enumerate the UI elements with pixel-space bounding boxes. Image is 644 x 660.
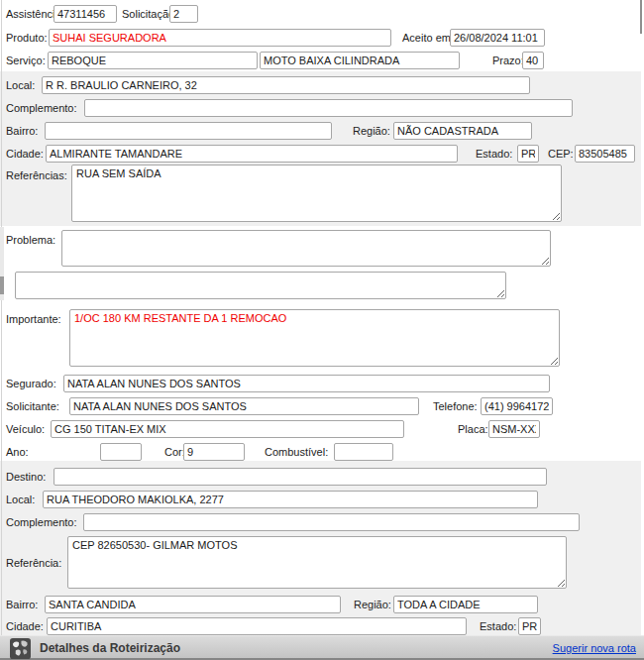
solicitante-input[interactable] <box>69 397 419 415</box>
origem-complemento-label: Complemento: <box>6 102 77 114</box>
destino-bairro-label: Bairro: <box>6 599 38 610</box>
destino-bairro-input[interactable] <box>45 596 341 613</box>
destino-local-input[interactable] <box>43 491 538 508</box>
servico-detail-input[interactable] <box>260 52 460 69</box>
origem-complemento-input[interactable] <box>84 99 573 117</box>
prazo-label: Prazo: <box>492 55 524 66</box>
destino-complemento-input[interactable] <box>83 513 580 531</box>
aceito-em-label: Aceito em: <box>402 32 454 44</box>
destino-input[interactable] <box>54 468 547 486</box>
routing-details-bar: Detalhes da Roteirização Sugerir nova ro… <box>0 635 644 660</box>
produto-input[interactable] <box>49 29 391 47</box>
origem-bairro-input[interactable] <box>45 122 332 140</box>
cor-input[interactable] <box>183 443 245 461</box>
origem-cep-input[interactable] <box>575 145 635 163</box>
servico-label: Serviço: <box>6 55 46 66</box>
world-map-icon <box>10 638 31 659</box>
segurado-input[interactable] <box>63 375 550 392</box>
importante-label: Importante: <box>6 313 61 325</box>
solicitante-label: Solicitante: <box>6 400 59 412</box>
destino-regiao-label: Região: <box>354 599 391 610</box>
segurado-label: Segurado: <box>6 378 56 389</box>
telefone-label: Telefone: <box>433 400 478 412</box>
cor-label: Cor: <box>164 446 185 458</box>
destino-estado-label: Estado: <box>480 620 516 632</box>
veiculo-input[interactable] <box>51 420 404 438</box>
origem-regiao-input[interactable] <box>393 122 532 140</box>
problema-textarea[interactable] <box>61 230 551 267</box>
solicitacao-input[interactable] <box>169 5 198 23</box>
destino-cidade-label: Cidade: <box>6 620 44 632</box>
combustivel-input[interactable] <box>334 443 393 461</box>
suggest-new-route-link[interactable]: Sugerir nova rota <box>553 642 636 654</box>
routing-details-title: Detalhes da Roteirização <box>40 641 180 655</box>
origem-estado-input[interactable] <box>517 145 539 163</box>
origem-regiao-label: Região: <box>353 125 390 137</box>
combustivel-label: Combustível: <box>265 446 328 458</box>
servico-input[interactable] <box>48 52 258 69</box>
veiculo-label: Veículo: <box>6 423 45 435</box>
left-scrollbar-thumb[interactable] <box>0 276 4 294</box>
produto-label: Produto: <box>6 32 48 44</box>
destino-local-label: Local: <box>6 494 35 505</box>
problema-label: Problema: <box>6 234 55 246</box>
assistance-detail-panel: Assistência: Solicitação: Produto: Aceit… <box>0 0 644 660</box>
origem-cidade-label: Cidade: <box>6 148 44 160</box>
destino-estado-input[interactable] <box>518 617 541 635</box>
origem-cidade-input[interactable] <box>46 145 458 163</box>
ano-label: Ano: <box>6 446 29 458</box>
origem-bairro-label: Bairro: <box>6 125 38 137</box>
assistencia-input[interactable] <box>54 5 117 23</box>
ano-input[interactable] <box>100 443 142 461</box>
origem-referencias-label: Referências: <box>6 169 67 181</box>
origem-local-label: Local: <box>6 79 35 91</box>
panel-right-border <box>640 0 642 34</box>
destino-regiao-input[interactable] <box>393 596 538 613</box>
importante-textarea[interactable]: 1/OC 180 KM RESTANTE DA 1 REMOCAO <box>69 309 560 367</box>
panel-left-border <box>1 0 2 635</box>
aceito-em-input[interactable] <box>450 29 545 47</box>
placa-label: Placa: <box>458 423 488 435</box>
origem-cep-label: CEP: <box>548 148 574 160</box>
destino-referencia-textarea[interactable]: CEP 82650530- GILMAR MOTOS <box>67 536 567 589</box>
telefone-input[interactable] <box>481 397 553 415</box>
origem-referencias-textarea[interactable]: RUA SEM SAÍDA <box>71 165 562 222</box>
problema-extra-textarea[interactable] <box>15 272 506 299</box>
destino-cidade-input[interactable] <box>47 617 467 635</box>
prazo-input[interactable] <box>522 52 544 69</box>
destino-label: Destino: <box>6 471 46 483</box>
destino-referencia-label: Referência: <box>6 557 61 569</box>
origem-estado-label: Estado: <box>476 148 512 160</box>
placa-input[interactable] <box>488 420 540 438</box>
destino-complemento-label: Complemento: <box>6 516 77 528</box>
origem-local-input[interactable] <box>42 76 530 94</box>
